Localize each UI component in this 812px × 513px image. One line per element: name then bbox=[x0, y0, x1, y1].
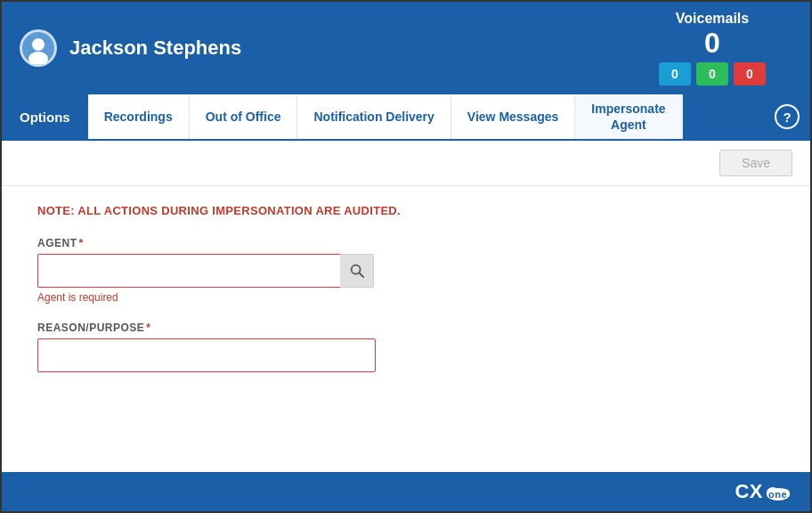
form-area: NOTE: ALL ACTIONS DURING IMPERSONATION A… bbox=[2, 186, 810, 408]
agent-error-message: Agent is required bbox=[37, 291, 775, 304]
header-left: Jackson Stephens bbox=[2, 2, 614, 94]
footer: CX one bbox=[2, 472, 810, 511]
tabs-bar: Options Recordings Out of Office Notific… bbox=[2, 94, 810, 141]
cx-logo: CX one bbox=[735, 480, 792, 503]
avatar bbox=[20, 29, 57, 67]
svg-text:one: one bbox=[768, 489, 787, 500]
tab-impersonate-agent[interactable]: ImpersonateAgent bbox=[575, 94, 682, 139]
agent-field-group: AGENT* Agent is required bbox=[37, 237, 775, 304]
content-toolbar: Save bbox=[2, 141, 810, 186]
voicemails-count: 0 bbox=[704, 28, 720, 57]
tab-options-label: Options bbox=[2, 94, 88, 139]
search-icon bbox=[349, 263, 365, 279]
tab-recordings[interactable]: Recordings bbox=[88, 94, 190, 139]
cx-logo-cloud-icon: one bbox=[764, 482, 792, 504]
help-icon: ? bbox=[775, 104, 800, 129]
audit-note: NOTE: ALL ACTIONS DURING IMPERSONATION A… bbox=[37, 204, 775, 217]
voicemails-label: Voicemails bbox=[676, 11, 749, 27]
svg-point-1 bbox=[32, 38, 45, 51]
tab-notification-delivery[interactable]: Notification Delivery bbox=[297, 94, 451, 139]
tab-view-messages[interactable]: View Messages bbox=[451, 94, 575, 139]
tab-out-of-office[interactable]: Out of Office bbox=[190, 94, 298, 139]
agent-search-button[interactable] bbox=[340, 254, 374, 288]
user-name: Jackson Stephens bbox=[69, 37, 241, 60]
agent-input-row bbox=[37, 254, 775, 288]
voicemail-badges: 0 0 0 bbox=[659, 62, 766, 86]
badge-blue: 0 bbox=[659, 62, 691, 86]
header: Jackson Stephens Voicemails 0 0 0 0 bbox=[2, 2, 810, 94]
badge-green: 0 bbox=[696, 62, 728, 86]
agent-label: AGENT* bbox=[37, 237, 775, 249]
reason-field-group: REASON/PURPOSE* bbox=[37, 322, 775, 372]
reason-input[interactable] bbox=[37, 338, 376, 372]
cx-logo-cx: CX bbox=[735, 480, 763, 503]
main-content: Save NOTE: ALL ACTIONS DURING IMPERSONAT… bbox=[2, 141, 810, 472]
voicemails-section: Voicemails 0 0 0 0 bbox=[614, 2, 810, 94]
reason-label: REASON/PURPOSE* bbox=[37, 322, 775, 334]
badge-red: 0 bbox=[734, 62, 766, 86]
svg-line-4 bbox=[359, 273, 363, 277]
save-button[interactable]: Save bbox=[719, 150, 792, 176]
agent-input[interactable] bbox=[37, 254, 340, 288]
help-button[interactable]: ? bbox=[764, 94, 810, 139]
